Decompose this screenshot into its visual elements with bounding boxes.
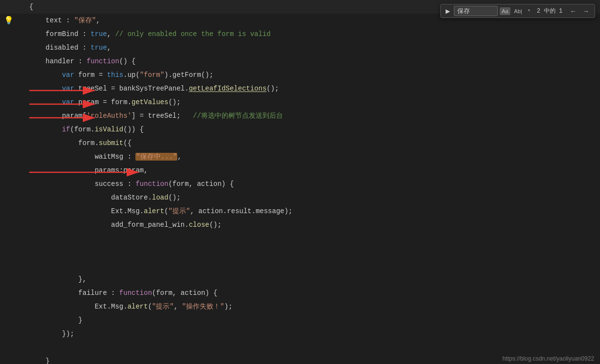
code-line: }); bbox=[0, 327, 600, 341]
code-line: var form = this.up("form").getForm(); bbox=[0, 68, 600, 82]
code-line-param: var param = form.getValues(); bbox=[0, 95, 600, 109]
code-line: handler : function() { bbox=[0, 55, 600, 68]
code-line-params: params:param, bbox=[0, 164, 600, 177]
find-bar: ▶ Aa Ab| * 2 中的 1 ← → bbox=[440, 4, 595, 18]
code-line-waitmsg: waitMsg : "保存中...", bbox=[0, 150, 600, 164]
code-line: failure : function(form, action) { bbox=[0, 286, 600, 300]
code-line: Ext.Msg.alert("提示", action.result.messag… bbox=[0, 204, 600, 218]
code-line: success : function(form, action) { bbox=[0, 177, 600, 191]
code-line: disabled : true, bbox=[0, 41, 600, 55]
code-line: dataStore.load(); bbox=[0, 191, 600, 204]
code-line-empty bbox=[0, 245, 600, 259]
code-line: add_form_panel_win.close(); bbox=[0, 218, 600, 232]
code-line-empty bbox=[0, 259, 600, 273]
find-input[interactable] bbox=[454, 6, 498, 16]
find-match-case-button[interactable]: Aa bbox=[500, 7, 510, 15]
lightbulb-icon[interactable]: 💡 bbox=[4, 16, 14, 25]
find-navigation: ← → bbox=[567, 6, 592, 16]
code-line-roleauths: param['roleAuths'] = treeSel; //将选中的树节点发… bbox=[0, 109, 600, 123]
code-line: if(form.isValid()) { bbox=[0, 123, 600, 136]
url-bar: https://blog.csdn.net/yaoliyuan0922 bbox=[503, 355, 594, 362]
code-editor: { text : "保存", formBind : true, // only … bbox=[0, 0, 600, 364]
find-whole-word-button[interactable]: Ab| bbox=[512, 7, 524, 15]
find-regex-button[interactable]: * bbox=[526, 7, 532, 15]
find-expand-button[interactable]: ▶ bbox=[444, 7, 452, 16]
code-line: Ext.Msg.alert("提示", "操作失败！"); bbox=[0, 300, 600, 313]
code-line: formBind : true, // only enabled once th… bbox=[0, 27, 600, 41]
code-line: }, bbox=[0, 273, 600, 286]
find-count: 2 中的 1 bbox=[534, 7, 565, 15]
editor-area: 💡 ▶ Aa Ab| * 2 中的 1 ← → { text : "保存", f… bbox=[0, 0, 600, 364]
code-line-empty bbox=[0, 232, 600, 245]
find-prev-button[interactable]: ← bbox=[567, 6, 579, 16]
code-line-empty bbox=[0, 341, 600, 354]
code-line: form.submit({ bbox=[0, 136, 600, 150]
find-next-button[interactable]: → bbox=[580, 6, 592, 16]
code-line: } bbox=[0, 313, 600, 327]
code-line-treesel: var treeSel = bankSysTreePanel.getLeafId… bbox=[0, 82, 600, 95]
